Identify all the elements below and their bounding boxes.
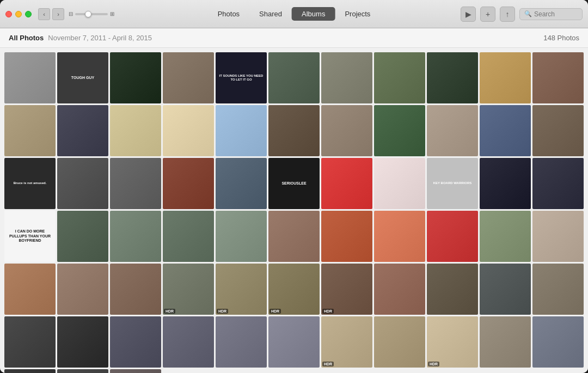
photo-cell[interactable]: [374, 264, 425, 315]
zoom-slider[interactable]: [75, 13, 108, 15]
photo-cell[interactable]: [4, 264, 56, 315]
photo-cell[interactable]: [163, 105, 214, 156]
photo-cell[interactable]: [480, 211, 531, 262]
photo-cell[interactable]: [110, 211, 161, 262]
photo-cell[interactable]: [216, 316, 267, 368]
photo-cell[interactable]: [374, 52, 425, 103]
search-input[interactable]: [534, 10, 578, 18]
add-button[interactable]: +: [480, 7, 495, 22]
photo-cell[interactable]: [163, 316, 214, 368]
breadcrumb-all-photos: All Photos: [9, 34, 44, 42]
photo-cell[interactable]: [268, 211, 320, 262]
hdr-badge: HDR: [270, 309, 281, 314]
photo-cell[interactable]: IT SOUNDS LIKE YOU NEED TO LET IT GO: [216, 52, 267, 103]
photo-cell[interactable]: [374, 316, 425, 368]
search-box: 🔍: [519, 8, 583, 20]
breadcrumb: All Photos November 7, 2011 - April 8, 2…: [9, 34, 152, 42]
hdr-badge: HDR: [217, 309, 228, 314]
tab-albums[interactable]: Albums: [292, 7, 335, 21]
photo-cell[interactable]: [57, 105, 108, 156]
photo-cell[interactable]: [374, 158, 425, 209]
zoom-out-icon: ⊟: [69, 11, 73, 17]
tab-projects[interactable]: Projects: [335, 7, 380, 21]
photo-cell[interactable]: [216, 158, 267, 209]
photo-cell[interactable]: [532, 211, 584, 262]
photo-cell[interactable]: [321, 105, 372, 156]
photo-cell[interactable]: [110, 264, 161, 315]
photo-cell[interactable]: [110, 105, 161, 156]
photo-cell[interactable]: [216, 105, 267, 156]
photo-cell[interactable]: [268, 316, 320, 368]
traffic-lights: [5, 11, 32, 17]
tab-photos[interactable]: Photos: [208, 7, 249, 21]
photo-cell[interactable]: [427, 211, 478, 262]
search-icon: 🔍: [524, 10, 532, 17]
hdr-badge: HDR: [164, 309, 175, 314]
photo-count: 148 Photos: [543, 34, 579, 42]
photo-cell[interactable]: HDR: [427, 316, 478, 368]
photo-cell[interactable]: [4, 316, 56, 368]
main-content[interactable]: TOUGH GUYIT SOUNDS LIKE YOU NEED TO LET …: [0, 48, 588, 373]
play-button[interactable]: ▶: [461, 7, 476, 22]
tab-shared[interactable]: Shared: [249, 7, 292, 21]
photo-cell[interactable]: [110, 52, 161, 103]
photo-cell[interactable]: [480, 52, 531, 103]
photo-cell[interactable]: I CAN DO MORE PULLUPS THAN YOUR BOYFRIEN…: [4, 211, 56, 262]
photo-cell[interactable]: [321, 52, 372, 103]
photo-cell[interactable]: [480, 105, 531, 156]
photo-cell[interactable]: [532, 158, 584, 209]
back-button[interactable]: ‹: [38, 8, 50, 20]
hdr-badge: HDR: [322, 362, 334, 366]
photo-cell[interactable]: [57, 158, 108, 209]
close-button[interactable]: [5, 11, 12, 17]
photo-cell[interactable]: [532, 264, 584, 315]
photo-cell[interactable]: [163, 158, 214, 209]
photo-cell[interactable]: [427, 52, 478, 103]
photo-cell[interactable]: HDR: [216, 264, 267, 315]
photo-grid: TOUGH GUYIT SOUNDS LIKE YOU NEED TO LET …: [4, 52, 584, 373]
photo-cell[interactable]: HDR: [163, 264, 214, 315]
share-button[interactable]: ↑: [500, 7, 515, 22]
photo-cell[interactable]: [57, 211, 108, 262]
photo-cell[interactable]: [374, 105, 425, 156]
photo-cell[interactable]: [480, 158, 531, 209]
photo-cell[interactable]: [268, 52, 320, 103]
photo-cell[interactable]: Bruce is not amused.: [4, 158, 56, 209]
photo-cell[interactable]: [374, 211, 425, 262]
photo-cell[interactable]: KEY BOARD WARRIORS: [427, 158, 478, 209]
photo-cell[interactable]: [4, 105, 56, 156]
photo-cell[interactable]: HDR: [268, 264, 320, 315]
photo-cell[interactable]: [480, 264, 531, 315]
photo-cell[interactable]: [163, 211, 214, 262]
zoom-slider-area: ⊟ ⊞: [69, 11, 114, 17]
photo-cell[interactable]: HDR: [321, 264, 372, 315]
photo-cell[interactable]: [57, 369, 108, 373]
photo-cell[interactable]: [4, 52, 56, 103]
photo-cell[interactable]: [57, 264, 108, 315]
photo-cell[interactable]: [532, 316, 584, 368]
photo-cell[interactable]: HDR: [321, 316, 372, 368]
photo-cell[interactable]: [110, 316, 161, 368]
photo-cell[interactable]: [480, 316, 531, 368]
photo-cell[interactable]: SERIOUSLEE: [268, 158, 320, 209]
photo-cell[interactable]: [110, 369, 161, 373]
photo-cell[interactable]: [163, 52, 214, 103]
photo-cell[interactable]: [268, 105, 320, 156]
photo-cell[interactable]: [427, 105, 478, 156]
zoom-in-icon: ⊞: [110, 11, 114, 17]
photo-cell[interactable]: [110, 158, 161, 209]
photo-cell[interactable]: [57, 316, 108, 368]
photo-cell[interactable]: [321, 158, 372, 209]
photo-cell[interactable]: [427, 264, 478, 315]
forward-button[interactable]: ›: [52, 8, 64, 20]
minimize-button[interactable]: [15, 11, 22, 17]
maximize-button[interactable]: [25, 11, 32, 17]
photo-cell[interactable]: [532, 105, 584, 156]
photo-cell[interactable]: [4, 369, 56, 373]
photo-cell[interactable]: [216, 211, 267, 262]
hdr-badge: HDR: [322, 309, 334, 314]
photo-cell[interactable]: [532, 52, 584, 103]
nav-buttons: ‹ ›: [38, 8, 64, 20]
photo-cell[interactable]: [321, 211, 372, 262]
photo-cell[interactable]: TOUGH GUY: [57, 52, 108, 103]
